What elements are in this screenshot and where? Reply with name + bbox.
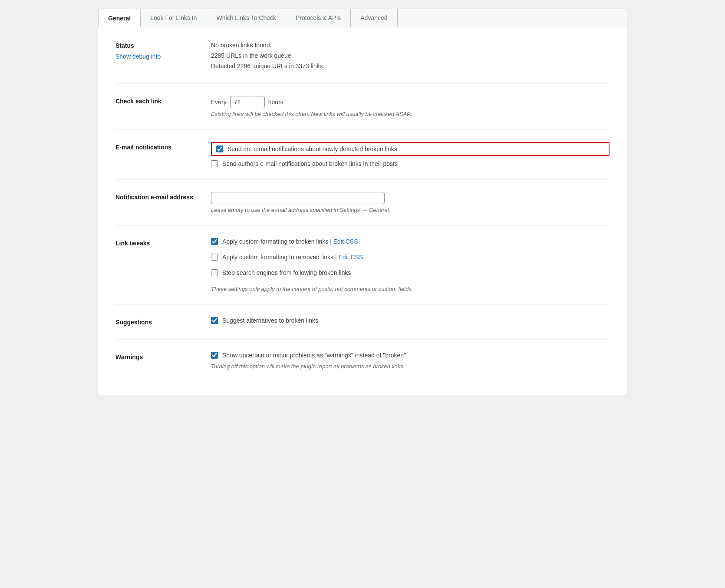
settings-content: Status Show debug info No broken links f…: [98, 27, 627, 395]
check-each-link-control: Every hours Existing links will be check…: [211, 96, 610, 117]
warnings-label: Warnings: [115, 352, 211, 362]
suggestions-label: Suggestions: [115, 317, 211, 327]
warnings-note: Turning off this option will make the pl…: [211, 363, 610, 370]
edit-css-removed-link[interactable]: Edit CSS: [338, 254, 363, 261]
email-notify-me-text: Send me e-mail notifications about newly…: [227, 145, 397, 152]
warnings-text: Show uncertain or minor problems as "war…: [222, 352, 406, 359]
link-tweaks-broken-row: Apply custom formatting to broken links …: [211, 238, 610, 245]
notification-email-row: Notification e-mail address Leave empty …: [115, 192, 610, 226]
link-tweaks-search-engines-row: Stop search engines from following broke…: [211, 269, 610, 276]
warnings-checkbox[interactable]: [211, 352, 218, 359]
link-tweaks-control: Apply custom formatting to broken links …: [211, 238, 610, 292]
suggestions-checkbox[interactable]: [211, 317, 218, 324]
suggestions-option-row: Suggest alternatives to broken links: [211, 317, 610, 324]
email-notify-authors-checkbox[interactable]: [211, 160, 218, 167]
status-label: Status Show debug info: [115, 40, 211, 61]
link-tweaks-label: Link tweaks: [115, 238, 211, 248]
check-each-link-row: Check each link Every hours Existing lin…: [115, 96, 610, 130]
email-notify-me-row: Send me e-mail notifications about newly…: [211, 142, 610, 156]
settings-container: General Look For Links In Which Links To…: [98, 9, 627, 395]
edit-css-broken-link[interactable]: Edit CSS: [333, 238, 358, 245]
email-notifications-label: E-mail notifications: [115, 142, 211, 152]
link-tweaks-broken-checkbox[interactable]: [211, 238, 218, 245]
warnings-option-row: Show uncertain or minor problems as "war…: [211, 352, 610, 359]
show-debug-info-link[interactable]: Show debug info: [115, 52, 211, 61]
tab-bar: General Look For Links In Which Links To…: [98, 9, 627, 27]
link-tweaks-removed-text: Apply custom formatting to removed links…: [222, 254, 363, 261]
suggestions-text: Suggest alternatives to broken links: [222, 317, 318, 324]
warnings-control: Show uncertain or minor problems as "war…: [211, 352, 610, 370]
email-notifications-row: E-mail notifications Send me e-mail noti…: [115, 142, 610, 180]
check-link-input-row: Every hours: [211, 96, 610, 108]
suggestions-control: Suggest alternatives to broken links: [211, 317, 610, 324]
status-values: No broken links found. 2285 URLs in the …: [211, 40, 610, 71]
link-tweaks-search-engines-text: Stop search engines from following broke…: [222, 269, 351, 276]
email-notify-me-checkbox[interactable]: [216, 145, 223, 152]
tab-look-for-links[interactable]: Look For Links In: [141, 9, 207, 27]
email-notify-authors-row: Send authors e-mail notifications about …: [211, 160, 610, 167]
notification-email-note: Leave empty to use the e-mail address sp…: [211, 207, 610, 213]
check-link-note: Existing links will be checked this ofte…: [211, 111, 610, 117]
link-tweaks-row: Link tweaks Apply custom formatting to b…: [115, 238, 610, 305]
status-row: Status Show debug info No broken links f…: [115, 40, 610, 84]
link-tweaks-note: These settings only apply to the content…: [211, 286, 610, 292]
link-tweaks-removed-checkbox[interactable]: [211, 254, 218, 261]
email-notify-authors-text: Send authors e-mail notifications about …: [222, 160, 398, 167]
hours-input[interactable]: [230, 96, 265, 108]
notification-email-label: Notification e-mail address: [115, 192, 211, 202]
tab-protocols-apis[interactable]: Protocols & APIs: [286, 9, 351, 27]
warnings-row: Warnings Show uncertain or minor problem…: [115, 352, 610, 382]
check-each-link-label: Check each link: [115, 96, 211, 106]
email-notifications-control: Send me e-mail notifications about newly…: [211, 142, 610, 167]
tab-which-links[interactable]: Which Links To Check: [207, 9, 286, 27]
link-tweaks-removed-row: Apply custom formatting to removed links…: [211, 254, 610, 261]
link-tweaks-search-engines-checkbox[interactable]: [211, 269, 218, 276]
tab-general[interactable]: General: [98, 9, 141, 27]
notification-email-control: Leave empty to use the e-mail address sp…: [211, 192, 610, 213]
every-prefix: Every: [211, 99, 227, 106]
status-text: No broken links found. 2285 URLs in the …: [211, 40, 610, 71]
notification-email-input[interactable]: [211, 192, 385, 204]
hours-suffix: hours: [268, 99, 283, 106]
link-tweaks-broken-text: Apply custom formatting to broken links …: [222, 238, 358, 245]
tab-advanced[interactable]: Advanced: [351, 9, 397, 27]
suggestions-row: Suggestions Suggest alternatives to brok…: [115, 317, 610, 340]
